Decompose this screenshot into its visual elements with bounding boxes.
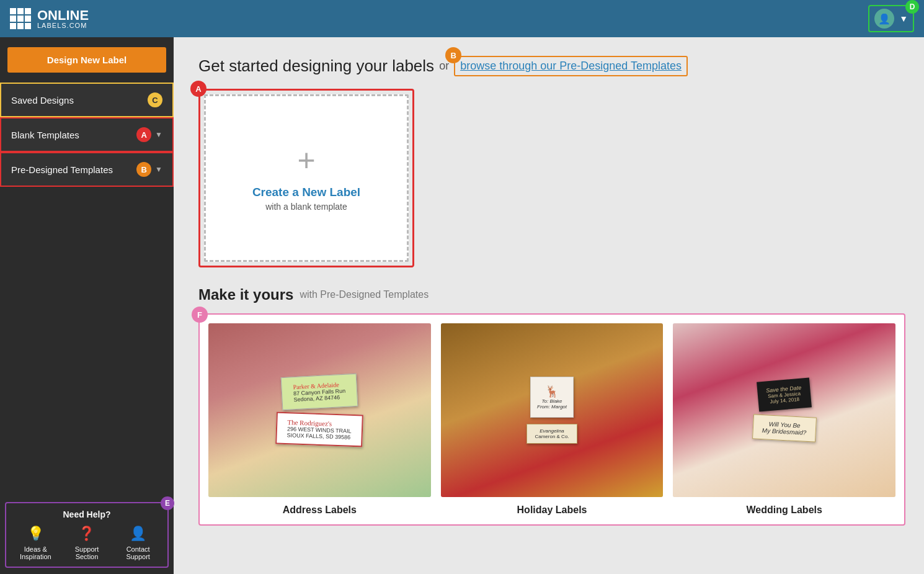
- contact-icon: 👤: [130, 526, 146, 542]
- plus-icon: +: [297, 145, 315, 176]
- template-card-holiday[interactable]: 🦌 To: Blake From: Margot Evangelina Came…: [441, 323, 664, 516]
- badge-f: F: [192, 307, 208, 323]
- chevron-down-icon: ▼: [155, 165, 162, 174]
- browse-link[interactable]: browse through our Pre-Designed Template…: [460, 60, 682, 73]
- logo-grid: [10, 8, 31, 29]
- help-items: 💡 Ideas &Inspiration ❓ SupportSection 👤 …: [10, 526, 164, 560]
- header-right-wrap: 👤 ▼ D: [868, 5, 914, 32]
- badge-d: D: [905, 0, 919, 14]
- badge-e: E: [161, 496, 174, 510]
- support-icon: ❓: [78, 526, 95, 542]
- address-labels-label: Address Labels: [283, 504, 357, 516]
- create-new-label-card[interactable]: + Create a New Label with a blank templa…: [204, 94, 409, 262]
- holiday-labels-image: 🦌 To: Blake From: Margot Evangelina Came…: [441, 323, 664, 497]
- help-item-support-section[interactable]: ❓ SupportSection: [65, 526, 109, 560]
- create-sublabel-text: with a blank template: [265, 202, 347, 212]
- contact-support-label: Contact Support: [117, 545, 160, 560]
- top-heading-or: or: [439, 60, 449, 73]
- saved-designs-label: Saved Designs: [11, 95, 74, 105]
- template-cards-wrapper: F Parker & Adelaide 87 Canyon Falls Run …: [198, 313, 905, 526]
- logo-text: ONLINE LABELS.COM: [37, 9, 89, 29]
- content: Get started designing your labels or B b…: [174, 37, 924, 574]
- create-label-text: Create a New Label: [252, 186, 360, 199]
- template-card-wedding[interactable]: Save the Date Sam & Jessica July 14, 201…: [673, 323, 895, 516]
- holiday-labels-label: Holiday Labels: [517, 504, 587, 516]
- make-heading: Make it yours with Pre-Designed Template…: [198, 286, 905, 303]
- help-title: Need Help?: [10, 509, 164, 519]
- main-layout: Design New Label Saved Designs C Blank T…: [0, 37, 924, 574]
- sidebar-item-saved-designs[interactable]: Saved Designs C: [0, 83, 174, 117]
- address-labels-image: Parker & Adelaide 87 Canyon Falls Run Se…: [208, 323, 431, 497]
- logo-area: ONLINE LABELS.COM: [10, 8, 89, 29]
- design-new-label-button[interactable]: Design New Label: [7, 47, 166, 73]
- template-cards: Parker & Adelaide 87 Canyon Falls Run Se…: [208, 323, 895, 516]
- template-card-address[interactable]: Parker & Adelaide 87 Canyon Falls Run Se…: [208, 323, 431, 516]
- badge-c: C: [148, 92, 162, 107]
- sidebar: Design New Label Saved Designs C Blank T…: [0, 37, 174, 574]
- blank-templates-label: Blank Templates: [11, 130, 79, 140]
- wedding-labels-image: Save the Date Sam & Jessica July 14, 201…: [673, 323, 895, 497]
- create-card-area: A + Create a New Label with a blank temp…: [198, 89, 414, 267]
- browse-link-wrapper: browse through our Pre-Designed Template…: [454, 56, 688, 76]
- top-heading-text: Get started designing your labels: [198, 56, 434, 76]
- badge-a-card: A: [190, 81, 207, 97]
- wedding-labels-label: Wedding Labels: [746, 504, 822, 516]
- sidebar-nav: Saved Designs C Blank Templates A ▼ Pre-…: [0, 83, 174, 496]
- header: ONLINE LABELS.COM 👤 ▼ D: [0, 0, 924, 37]
- sidebar-item-predesigned-templates[interactable]: Pre-Designed Templates B ▼: [0, 152, 174, 187]
- user-avatar: 👤: [874, 9, 894, 29]
- make-heading-main: Make it yours: [198, 286, 293, 303]
- badge-b-sidebar: B: [136, 162, 151, 177]
- ideas-icon: 💡: [27, 526, 44, 542]
- make-heading-sub: with Pre-Designed Templates: [300, 289, 429, 300]
- top-section: Get started designing your labels or B b…: [198, 56, 905, 267]
- create-card-wrapper: + Create a New Label with a blank templa…: [198, 89, 414, 267]
- make-section: Make it yours with Pre-Designed Template…: [198, 286, 905, 526]
- help-item-contact-support[interactable]: 👤 Contact Support: [117, 526, 160, 560]
- help-section: E Need Help? 💡 Ideas &Inspiration ❓ Supp…: [5, 502, 169, 568]
- sidebar-item-blank-templates[interactable]: Blank Templates A ▼: [0, 117, 174, 152]
- chevron-down-icon: ▼: [155, 130, 162, 139]
- chevron-down-icon: ▼: [899, 14, 908, 24]
- help-item-ideas[interactable]: 💡 Ideas &Inspiration: [14, 526, 57, 560]
- ideas-label: Ideas &Inspiration: [20, 545, 51, 560]
- support-section-label: SupportSection: [75, 545, 99, 560]
- predesigned-templates-label: Pre-Designed Templates: [11, 164, 113, 175]
- badge-b-heading: B: [445, 47, 461, 63]
- top-heading-area: Get started designing your labels or B b…: [198, 56, 905, 76]
- badge-a-sidebar: A: [136, 127, 151, 142]
